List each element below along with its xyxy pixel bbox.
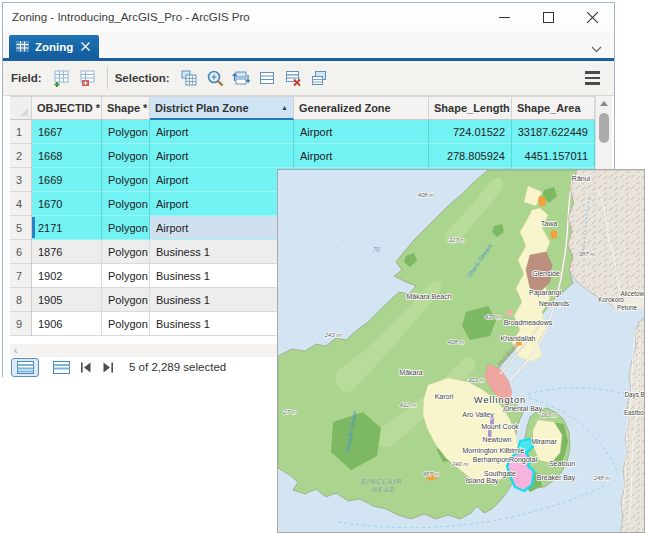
shape-cell[interactable]: Polygon (102, 144, 150, 168)
minimize-icon (499, 12, 510, 23)
select-all-icon[interactable] (256, 67, 278, 89)
district-plan-zone-cell[interactable]: Airport (150, 216, 294, 240)
shape-cell[interactable]: Polygon (102, 240, 150, 264)
map-label: 303 m (468, 377, 485, 383)
district-plan-zone-cell[interactable]: Airport (150, 120, 294, 144)
hamburger-menu-icon[interactable] (579, 67, 606, 89)
objectid-cell[interactable]: 1906 (32, 312, 102, 336)
scroll-up-icon[interactable] (600, 101, 608, 106)
district-plan-zone-cell[interactable]: Airport (150, 168, 294, 192)
map-label: Rānui (572, 175, 591, 182)
district-plan-zone-cell[interactable]: Business 1 (150, 312, 294, 336)
generalized-zone-cell[interactable]: Airport (294, 120, 429, 144)
map-view-window[interactable]: RānuiTawaGlensidePaparangiNewlandsMākara… (277, 169, 645, 533)
minimize-button[interactable] (482, 3, 526, 31)
map-label: 487 m (423, 471, 440, 477)
map-label: Breaker Bay (537, 474, 576, 482)
district-plan-zone-cell[interactable]: Airport (150, 192, 294, 216)
district-plan-zone-cell[interactable]: Business 1 (150, 264, 294, 288)
scroll-left-icon[interactable]: ‹ (14, 345, 17, 356)
district-plan-zone-cell[interactable]: Business 1 (150, 240, 294, 264)
col-header-district-plan-zone[interactable]: District Plan Zone ▲ (150, 97, 294, 120)
district-plan-zone-cell[interactable]: Airport (150, 144, 294, 168)
shape-area-cell[interactable]: 33187.622449 (512, 120, 595, 144)
col-header-shape-area[interactable]: Shape_Area (512, 97, 595, 120)
pink-patch (507, 310, 513, 316)
map-label: 240 m (451, 461, 469, 467)
row-number-cell[interactable]: 4 (10, 192, 32, 216)
col-header-generalized-zone[interactable]: Generalized Zone (294, 97, 429, 120)
shape-cell[interactable]: Polygon (102, 312, 150, 336)
calculate-field-icon[interactable] (76, 67, 98, 89)
objectid-cell[interactable]: 1667 (32, 120, 102, 144)
shape-length-cell[interactable]: 278.805924 (429, 144, 512, 168)
row-number-cell[interactable]: 2 (10, 144, 32, 168)
map-label: Alicetown (621, 290, 645, 297)
col-header-shape-length[interactable]: Shape_Length (429, 97, 512, 120)
titlebar[interactable]: Zoning - Introducing_ArcGIS_Pro - ArcGIS… (3, 3, 614, 31)
table-row[interactable]: 11667PolygonAirportAirport724.0152233187… (10, 120, 595, 144)
toolbar-separator (107, 67, 108, 89)
district-plan-zone-cell[interactable]: Business 1 (150, 288, 294, 312)
map-label: 163 m (541, 412, 558, 418)
shape-cell[interactable]: Polygon (102, 192, 150, 216)
row-number-cell[interactable]: 5 (10, 216, 32, 240)
objectid-cell[interactable]: 2171 (32, 216, 102, 240)
switch-selection-icon[interactable] (230, 67, 252, 89)
objectid-cell[interactable]: 1670 (32, 192, 102, 216)
shape-cell[interactable]: Polygon (102, 120, 150, 144)
map-label: Mākara Beach (406, 293, 451, 300)
shape-cell[interactable]: Polygon (102, 288, 150, 312)
map-label: Island Bay (466, 477, 499, 485)
current-row-indicator (32, 217, 35, 238)
map-label: Karori (435, 393, 454, 400)
first-record-button[interactable] (80, 362, 92, 373)
objectid-cell[interactable]: 1905 (32, 288, 102, 312)
tab-close-icon[interactable] (81, 41, 90, 53)
maximize-button[interactable] (526, 3, 570, 31)
show-selected-records-button[interactable] (47, 358, 75, 377)
map-label: 27 m (282, 409, 296, 415)
row-number-cell[interactable]: 7 (10, 264, 32, 288)
map-label: 243 m (324, 332, 342, 338)
sort-ascending-icon: ▲ (281, 104, 288, 111)
shape-cell[interactable]: Polygon (102, 264, 150, 288)
chevron-down-icon[interactable] (591, 39, 602, 57)
last-record-button[interactable] (102, 362, 114, 373)
objectid-cell[interactable]: 1902 (32, 264, 102, 288)
shape-length-cell[interactable]: 724.01522 (429, 120, 512, 144)
objectid-cell[interactable]: 1668 (32, 144, 102, 168)
select-all-corner[interactable] (10, 97, 32, 120)
objectid-cell[interactable]: 1876 (32, 240, 102, 264)
shape-area-cell[interactable]: 4451.157011 (512, 144, 595, 168)
add-field-icon[interactable] (50, 67, 72, 89)
map-label: Oriental Bay (504, 405, 543, 413)
row-number-cell[interactable]: 9 (10, 312, 32, 336)
row-number-cell[interactable]: 6 (10, 240, 32, 264)
clear-selection-icon[interactable] (282, 67, 304, 89)
close-button[interactable] (570, 3, 614, 31)
row-number-cell[interactable]: 1 (10, 120, 32, 144)
generalized-zone-cell[interactable]: Airport (294, 144, 429, 168)
field-group-label: Field: (11, 72, 42, 84)
shape-cell[interactable]: Polygon (102, 168, 150, 192)
map-label: Mākara (399, 369, 422, 376)
col-header-objectid[interactable]: OBJECTID * (32, 97, 102, 120)
objectid-cell[interactable]: 1669 (32, 168, 102, 192)
zoom-to-selection-icon[interactable] (204, 67, 226, 89)
map-label: Newtown (483, 436, 512, 443)
col-header-shape[interactable]: Shape * (102, 97, 150, 120)
select-by-attributes-icon[interactable] (178, 67, 200, 89)
show-all-records-button[interactable] (11, 358, 39, 377)
row-number-cell[interactable]: 3 (10, 168, 32, 192)
scrollbar-thumb[interactable] (599, 113, 609, 143)
map-label: 439 m (485, 314, 502, 320)
row-number-cell[interactable]: 8 (10, 288, 32, 312)
map-label: Days Bay (625, 391, 645, 399)
tab-zoning[interactable]: Zoning (9, 35, 99, 58)
table-row[interactable]: 21668PolygonAirportAirport278.8059244451… (10, 144, 595, 168)
map-label: Tawa (541, 220, 557, 227)
copy-rows-icon[interactable] (308, 67, 330, 89)
shape-cell[interactable]: Polygon (102, 216, 150, 240)
map-canvas[interactable]: RānuiTawaGlensidePaparangiNewlandsMākara… (278, 170, 645, 533)
